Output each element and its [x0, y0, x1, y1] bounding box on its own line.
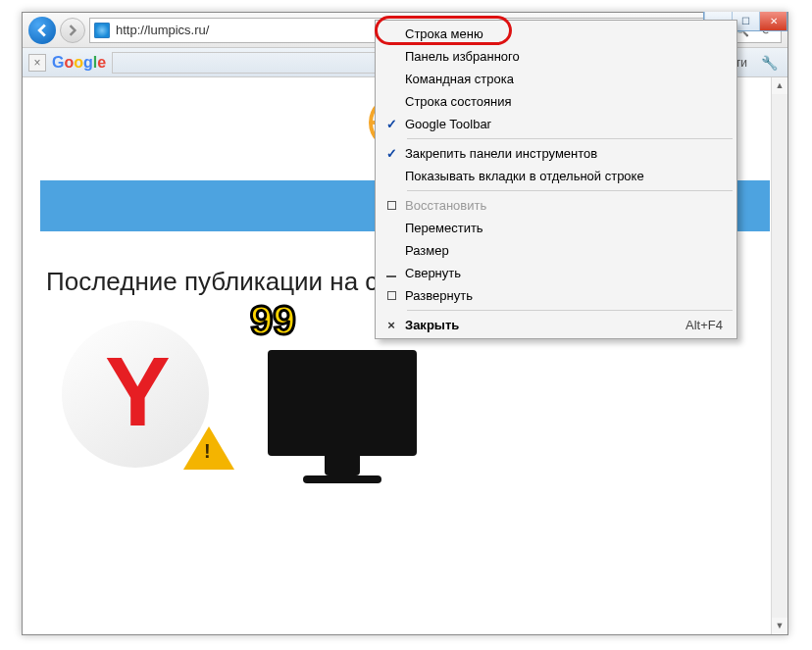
back-button[interactable]: [28, 17, 56, 44]
close-icon: ×: [387, 318, 395, 332]
menu-item-status-bar[interactable]: Строка состояния: [378, 90, 735, 113]
menu-item-command-bar[interactable]: Командная строка: [378, 68, 735, 90]
scroll-track[interactable]: [772, 94, 787, 618]
maximize-icon: [387, 291, 396, 300]
menu-item-menu-bar[interactable]: Строка меню: [378, 23, 735, 45]
menu-item-google-toolbar[interactable]: ✓Google Toolbar: [378, 113, 735, 135]
ie-favicon-icon: [94, 23, 110, 38]
warning-icon: [183, 426, 234, 470]
post-thumb-yandex[interactable]: Y: [62, 321, 228, 468]
menu-item-tabs-separate-row[interactable]: Показывать вкладки в отдельной строке: [378, 165, 735, 187]
menu-separator: [407, 310, 733, 311]
menu-separator: [407, 138, 733, 139]
wrench-icon[interactable]: 🔧: [757, 55, 782, 71]
arrow-left-icon: [35, 24, 49, 37]
restore-icon: [387, 201, 396, 210]
arrow-right-icon: [67, 25, 78, 36]
menu-item-close[interactable]: × Закрыть Alt+F4: [378, 314, 735, 336]
menu-item-minimize[interactable]: Свернуть: [378, 262, 735, 284]
monitor-icon: [268, 350, 417, 456]
menu-item-move[interactable]: Переместить: [378, 217, 735, 239]
minimize-icon: [386, 275, 396, 277]
post-thumb-recorder[interactable]: 99 [•REC]: [268, 321, 434, 468]
menu-item-restore: Восстановить: [378, 194, 735, 217]
posts-row: Y 99 [•REC]: [23, 321, 787, 468]
google-logo: Google: [52, 54, 106, 72]
menu-item-size[interactable]: Размер: [378, 239, 735, 262]
new-tab-button[interactable]: ×: [28, 54, 46, 72]
menu-separator: [407, 190, 733, 191]
menu-item-lock-toolbars[interactable]: ✓Закрепить панели инструментов: [378, 142, 735, 165]
check-icon: ✓: [378, 117, 405, 131]
scroll-down-icon[interactable]: ▼: [772, 618, 787, 634]
vertical-scrollbar[interactable]: ▲ ▼: [771, 77, 787, 634]
menu-item-favorites-bar[interactable]: Панель избранного: [378, 45, 735, 68]
menu-item-maximize[interactable]: Развернуть: [378, 284, 735, 307]
yandex-y-icon: Y: [105, 342, 171, 440]
forward-button[interactable]: [60, 18, 85, 43]
close-button[interactable]: ✕: [759, 12, 787, 30]
shortcut-text: Alt+F4: [685, 318, 723, 332]
title-bar-context-menu: Строка меню Панель избранного Командная …: [375, 20, 737, 339]
label-99: 99: [250, 297, 296, 344]
check-icon: ✓: [378, 146, 405, 161]
scroll-up-icon[interactable]: ▲: [772, 77, 787, 94]
